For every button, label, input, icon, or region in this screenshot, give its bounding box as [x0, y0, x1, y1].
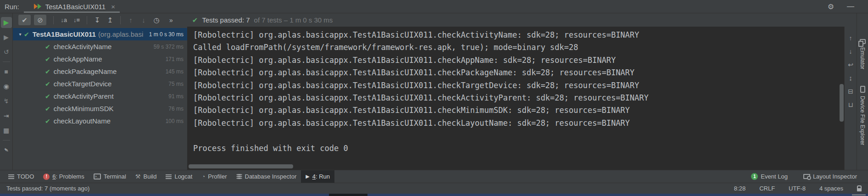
indent-setting[interactable]: 4 spaces	[819, 185, 843, 192]
rerun-automatically-icon[interactable]: ↺	[1, 46, 12, 57]
logcat-icon	[166, 174, 172, 175]
status-bar: Tests passed: 7 (moments ago) 8:28 CRLF …	[0, 183, 868, 194]
hide-minimize-icon[interactable]: —	[847, 2, 854, 11]
console-toolbar: ↑ ↓ ↩ ↨ ⊟ ⊔	[844, 27, 857, 170]
toolwindow-label: Profiler	[208, 173, 227, 180]
test-row[interactable]: ✔ checkPackageName 145 ms	[13, 65, 187, 78]
test-duration: 145 ms	[166, 68, 187, 75]
suite-duration: 1 m 0 s 30 ms	[149, 31, 187, 38]
test-passed-icon: ✔	[45, 56, 50, 63]
sort-alphabetically-icon[interactable]: ↓a	[57, 17, 70, 23]
run-console-output[interactable]: [Robolectric] org.aplas.basicappx.TestA1…	[188, 27, 844, 170]
test-name: checkAppName	[54, 55, 102, 63]
close-icon[interactable]: ×	[111, 3, 115, 11]
print-icon[interactable]: ⊟	[848, 86, 853, 96]
test-history-icon[interactable]: ◷	[150, 16, 163, 24]
file-encoding[interactable]: UTF-8	[789, 185, 806, 192]
toolwindow-build[interactable]: ⚒ Build	[131, 170, 161, 183]
test-row[interactable]: ✔ checkActivityName 59 s 372 ms	[13, 40, 187, 53]
toolwindow-profiler[interactable]: ◔ Profiler	[197, 170, 231, 183]
toolbar-overflow-icon[interactable]: »	[169, 17, 173, 24]
stripe-divider	[3, 140, 10, 140]
stripe-item-emulator[interactable]: Emulator	[859, 39, 866, 69]
bottom-edge-strip	[0, 194, 868, 196]
expand-all-icon[interactable]: ↧	[91, 16, 104, 24]
toolwindow-run[interactable]: ▶ 4: Run	[301, 170, 334, 183]
toolwindow-problems[interactable]: ! 6: Problems	[39, 170, 89, 183]
collapse-all-icon[interactable]: ↥	[104, 16, 117, 24]
tool-window-bar-right: 1 Event Log Layout Inspector	[746, 173, 868, 180]
toolwindow-label: Layout Inspector	[813, 173, 857, 180]
console-line: Process finished with exit code 0	[193, 142, 844, 155]
restore-layout-icon[interactable]: ▦	[1, 125, 12, 136]
rerun-failed-tests-icon[interactable]: ▶	[1, 32, 12, 43]
summary-passed-count: Tests passed: 7	[202, 16, 250, 24]
horizontal-scrollbar[interactable]	[189, 164, 293, 168]
test-passed-icon: ✔	[45, 68, 50, 75]
pin-tab-icon[interactable]: ✒	[1, 145, 12, 156]
todo-list-icon	[8, 174, 14, 175]
read-lock-icon[interactable]	[857, 188, 862, 191]
previous-failed-test-icon[interactable]: ↑	[124, 16, 137, 24]
toolwindow-todo[interactable]: TODO	[4, 170, 39, 183]
stop-icon[interactable]: ■	[1, 66, 12, 77]
test-row[interactable]: ✔ checkTargetDevice 75 ms	[13, 78, 187, 90]
test-name: checkLayoutName	[54, 117, 111, 125]
stripe-divider	[3, 62, 10, 62]
test-row[interactable]: ✔ checkMinimumSDK 76 ms	[13, 102, 187, 115]
chevron-down-icon[interactable]: ▾	[17, 32, 24, 37]
console-line: [Robolectric] org.aplas.basicappx.TestA1…	[193, 117, 844, 129]
test-row[interactable]: ✔ checkAppName 171 ms	[13, 53, 187, 65]
toolwindow-database-inspector[interactable]: Database Inspector	[232, 170, 301, 183]
line-ending[interactable]: CRLF	[759, 185, 775, 192]
header-actions: ⚙ —	[828, 2, 868, 11]
toolwindow-event-log[interactable]: 1 Event Log	[746, 173, 792, 180]
console-line: [Robolectric] org.aplas.basicappx.TestA1…	[193, 67, 844, 79]
show-ignored-toggle[interactable]: ⊘	[34, 15, 46, 25]
emulator-icon	[860, 39, 866, 44]
test-row[interactable]: ✔ checkActivityParent 91 ms	[13, 90, 187, 102]
run-config-tab[interactable]: TestA1BasicUIX011 ×	[30, 0, 119, 13]
console-line: [Robolectric] org.aplas.basicappx.TestA1…	[193, 92, 844, 104]
scroll-up-icon[interactable]: ↑	[849, 33, 852, 43]
test-name: checkActivityParent	[54, 92, 114, 100]
tree-root-row[interactable]: ▾ ✔ TestA1BasicUIX011(org.aplas.basi 1 m…	[13, 28, 187, 40]
toolwindow-layout-inspector[interactable]: Layout Inspector	[799, 173, 862, 180]
settings-gear-icon[interactable]: ⚙	[828, 2, 834, 11]
show-passed-toggle[interactable]: ✔	[18, 15, 31, 25]
resize-grip	[852, 194, 866, 196]
toolwindow-terminal[interactable]: >_ Terminal	[89, 170, 131, 183]
next-failed-test-icon[interactable]: ↓	[137, 16, 150, 24]
screenshot-camera-icon[interactable]: ◉	[1, 81, 12, 92]
exit-process-icon[interactable]: ⇥	[1, 110, 12, 121]
toolwindow-label: Logcat	[174, 173, 192, 180]
test-row[interactable]: ✔ checkLayoutName 100 ms	[13, 115, 187, 127]
toolwindow-label: : Problems	[56, 173, 84, 180]
toolwindow-logcat[interactable]: Logcat	[161, 170, 197, 183]
status-message: Tests passed: 7 (moments ago)	[6, 185, 89, 192]
test-duration: 59 s 372 ms	[154, 44, 187, 50]
run-config-tab-title: TestA1BasicUIX011	[45, 3, 106, 11]
caret-position[interactable]: 8:28	[734, 185, 746, 192]
status-bar-widgets: 8:28 CRLF UTF-8 4 spaces	[734, 185, 862, 192]
test-passed-icon: ✔	[45, 105, 50, 112]
device-file-explorer-icon	[860, 86, 865, 93]
problems-error-icon: !	[43, 174, 50, 180]
stripe-item-device-file-explorer[interactable]: Device File Explorer	[859, 86, 866, 145]
tests-passed-icon: ✔	[192, 16, 198, 24]
toolwindow-label: Event Log	[761, 173, 788, 180]
rerun-button[interactable]: ▶	[1, 17, 12, 28]
test-duration: 100 ms	[166, 118, 187, 124]
soft-wrap-icon[interactable]: ↩	[848, 59, 853, 70]
vertical-scrollbar[interactable]	[840, 84, 844, 122]
right-tool-stripe: Emulator Device File Explorer	[857, 13, 868, 170]
test-duration: 171 ms	[166, 56, 187, 62]
scroll-down-icon[interactable]: ↓	[849, 46, 852, 56]
clear-all-icon[interactable]: ⊔	[848, 99, 853, 110]
attach-debugger-icon[interactable]: ↯	[1, 95, 12, 106]
toolwindow-label: TODO	[17, 173, 34, 180]
sort-by-duration-icon[interactable]: ↓≡	[70, 17, 83, 23]
test-duration: 76 ms	[168, 106, 187, 112]
run-label: Run:	[5, 3, 19, 11]
scroll-to-end-icon[interactable]: ↨	[849, 73, 852, 83]
